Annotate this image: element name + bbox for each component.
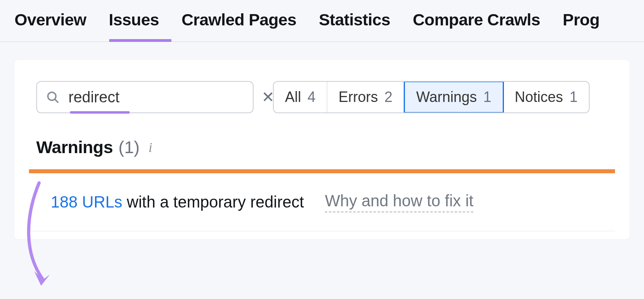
nav-tabs: Overview Issues Crawled Pages Statistics… bbox=[0, 0, 644, 42]
section-title: Warnings bbox=[36, 137, 113, 157]
issue-url-count-link[interactable]: 188 URLs bbox=[51, 193, 122, 211]
filter-label: Errors bbox=[339, 89, 378, 106]
filter-count: 4 bbox=[308, 89, 316, 106]
filter-count: 1 bbox=[570, 89, 578, 106]
issue-row: 188 URLs with a temporary redirect Why a… bbox=[29, 173, 615, 231]
search-box: ✕ bbox=[36, 81, 254, 113]
fix-it-link[interactable]: Why and how to fix it bbox=[325, 192, 473, 212]
search-highlight bbox=[70, 111, 130, 114]
filter-warnings[interactable]: Warnings 1 bbox=[404, 81, 504, 113]
issues-card: ✕ All 4 Errors 2 Warnings 1 Notices 1 Wa… bbox=[14, 60, 630, 239]
filter-count: 1 bbox=[483, 89, 491, 106]
filter-label: Warnings bbox=[416, 89, 477, 106]
info-icon[interactable]: i bbox=[149, 140, 152, 155]
tab-statistics[interactable]: Statistics bbox=[319, 10, 390, 42]
filter-errors[interactable]: Errors 2 bbox=[327, 82, 404, 112]
section-count: (1) bbox=[118, 137, 140, 157]
tab-overview[interactable]: Overview bbox=[14, 10, 86, 42]
filter-label: Notices bbox=[515, 89, 563, 106]
search-icon bbox=[46, 90, 60, 104]
svg-line-1 bbox=[55, 100, 58, 102]
search-input[interactable] bbox=[68, 89, 259, 106]
controls-row: ✕ All 4 Errors 2 Warnings 1 Notices 1 bbox=[14, 81, 630, 113]
tab-compare-crawls[interactable]: Compare Crawls bbox=[413, 10, 541, 42]
filter-notices[interactable]: Notices 1 bbox=[504, 82, 589, 112]
tab-crawled-pages[interactable]: Crawled Pages bbox=[182, 10, 296, 42]
warnings-divider bbox=[29, 169, 615, 173]
tab-progress[interactable]: Prog bbox=[563, 10, 599, 42]
filter-all[interactable]: All 4 bbox=[274, 82, 327, 112]
clear-search-icon[interactable]: ✕ bbox=[259, 88, 277, 106]
issue-text-wrap: 188 URLs with a temporary redirect bbox=[51, 193, 304, 211]
section-header: Warnings (1) i bbox=[14, 113, 630, 169]
filter-count: 2 bbox=[384, 89, 392, 106]
issue-description: with a temporary redirect bbox=[122, 193, 304, 211]
filter-label: All bbox=[285, 89, 301, 106]
filter-group: All 4 Errors 2 Warnings 1 Notices 1 bbox=[273, 81, 590, 113]
tab-issues[interactable]: Issues bbox=[109, 10, 159, 42]
